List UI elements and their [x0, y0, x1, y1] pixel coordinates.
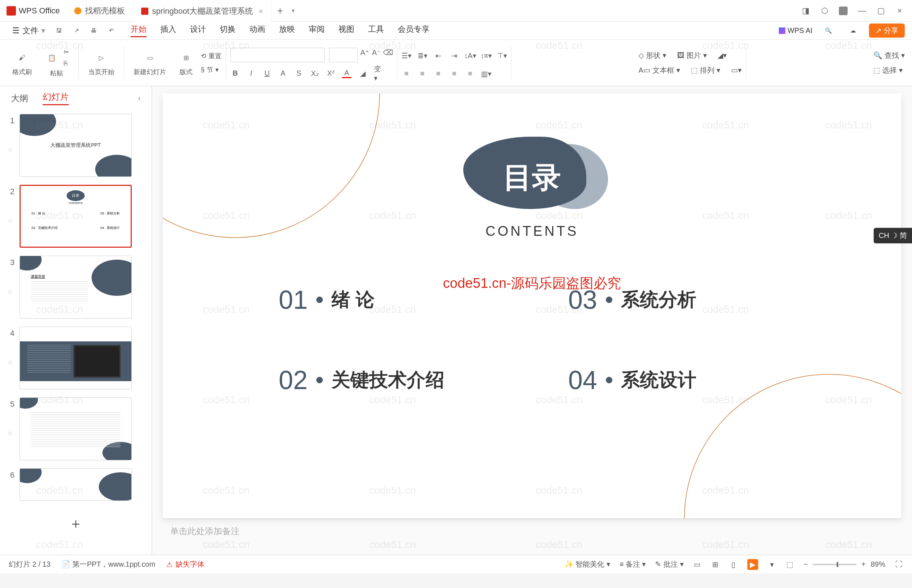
- menu-tools[interactable]: 工具: [368, 24, 384, 37]
- cloud-icon[interactable]: ☁: [848, 26, 858, 36]
- menu-animation[interactable]: 动画: [249, 24, 265, 37]
- start-from-group[interactable]: ▷ 当页开始: [83, 50, 120, 76]
- panel-icon[interactable]: ◨: [801, 6, 810, 15]
- close-window-icon[interactable]: ×: [895, 6, 904, 15]
- copy-icon[interactable]: ⎘: [64, 60, 69, 67]
- notes-pane[interactable]: 单击此处添加备注: [163, 519, 901, 548]
- strike-button[interactable]: S: [294, 69, 304, 78]
- star-icon[interactable]: ☆: [7, 411, 15, 437]
- sorter-view-icon[interactable]: ⊞: [711, 560, 720, 569]
- thumbnail-4[interactable]: [19, 326, 132, 389]
- undo-icon[interactable]: ↶: [106, 26, 116, 36]
- menu-transition[interactable]: 切换: [220, 24, 236, 37]
- cut-icon[interactable]: ✂: [64, 48, 69, 56]
- justify-icon[interactable]: ≡: [449, 69, 459, 79]
- thumbnail-2[interactable]: 目录 CONTENTS 01 · 绪 论 03 · 系统分析 02 · 关键技术…: [19, 185, 132, 248]
- columns-icon[interactable]: ▥▾: [481, 69, 491, 79]
- reading-view-icon[interactable]: ▯: [729, 560, 738, 569]
- outline-tab[interactable]: 大纲: [11, 92, 28, 104]
- thumbnail-6[interactable]: [19, 468, 132, 501]
- thumbnail-1[interactable]: 大棚蔬菜管理系统PPT: [19, 114, 132, 177]
- tab-document[interactable]: springboot大棚蔬菜管理系统 ×: [133, 0, 271, 22]
- review-toggle[interactable]: ✎ 批注 ▾: [655, 559, 683, 569]
- fill-color-button[interactable]: ◢: [358, 69, 367, 78]
- template-source[interactable]: 📄 第一PPT，www.1ppt.com: [62, 559, 156, 569]
- save-icon[interactable]: 🖫: [54, 26, 64, 36]
- cube-icon[interactable]: ⬡: [820, 6, 829, 15]
- file-button[interactable]: ☰ 文件 ▾: [7, 23, 50, 38]
- new-tab-button[interactable]: +: [271, 5, 289, 17]
- search-icon[interactable]: 🔍: [823, 26, 833, 36]
- zoom-out-button[interactable]: −: [804, 560, 808, 569]
- star-icon[interactable]: ☆: [7, 270, 15, 296]
- menu-home[interactable]: 开始: [131, 24, 147, 37]
- bullet-list-icon[interactable]: ☰▾: [402, 51, 411, 60]
- fit-icon[interactable]: ⛶: [895, 560, 903, 569]
- indent-left-icon[interactable]: ⇤: [434, 51, 443, 60]
- avatar-icon[interactable]: [839, 6, 847, 15]
- menu-insert[interactable]: 插入: [160, 24, 176, 37]
- beautify-button[interactable]: ✨ 智能美化 ▾: [565, 559, 610, 569]
- current-slide[interactable]: 目录 CONTENTS code51.cn-源码乐园盗图必究 01 绪 论 03…: [163, 93, 901, 519]
- star-icon[interactable]: ☆: [7, 199, 15, 225]
- menu-slideshow[interactable]: 放映: [279, 24, 295, 37]
- text-direction-icon[interactable]: ↕A▾: [465, 51, 475, 60]
- menu-member[interactable]: 会员专享: [398, 24, 429, 37]
- notes-toggle[interactable]: ≡ 备注 ▾: [620, 559, 646, 569]
- maximize-icon[interactable]: ▢: [876, 6, 885, 15]
- layout-group[interactable]: ⊞ 版式: [173, 50, 199, 76]
- settings-icon[interactable]: ⬚: [786, 560, 794, 569]
- line-spacing-icon[interactable]: ↕≡▾: [481, 51, 491, 60]
- font-color-button[interactable]: A: [342, 69, 352, 78]
- app-logo[interactable]: WPS Office: [0, 6, 66, 16]
- paste-group[interactable]: 📋 ✂ ⎘ 粘贴: [38, 48, 74, 78]
- arrange-button[interactable]: ⬚排列▾: [691, 65, 720, 75]
- indent-right-icon[interactable]: ⇥: [449, 51, 459, 60]
- tab-menu-icon[interactable]: ▾: [292, 7, 295, 14]
- slideshow-menu-icon[interactable]: ▾: [768, 560, 776, 569]
- normal-view-icon[interactable]: ▭: [693, 560, 702, 569]
- textbox-button[interactable]: A▭文本框▾: [638, 65, 680, 75]
- superscript-button[interactable]: X²: [326, 69, 335, 78]
- reset-button[interactable]: ⟲重置: [201, 52, 222, 60]
- zoom-slider[interactable]: [813, 564, 856, 565]
- menu-view[interactable]: 视图: [339, 24, 354, 37]
- new-slide-group[interactable]: ▭ 新建幻灯片: [128, 50, 171, 76]
- highlight-button[interactable]: A: [278, 69, 288, 78]
- collapse-icon[interactable]: ‹: [138, 94, 141, 103]
- image-button[interactable]: 🖼图片▾: [677, 51, 707, 60]
- print-icon[interactable]: 🖶: [89, 26, 99, 36]
- menu-review[interactable]: 审阅: [309, 24, 325, 37]
- slideshow-button[interactable]: ▶: [747, 559, 758, 570]
- distribute-icon[interactable]: ≡: [465, 69, 475, 79]
- outline-icon[interactable]: ▭▾: [731, 66, 742, 74]
- increase-font-icon[interactable]: A⁺: [360, 48, 369, 57]
- arrow-icon[interactable]: ↗: [71, 26, 81, 36]
- tab-templates[interactable]: 找稻壳模板: [66, 0, 133, 22]
- subscript-button[interactable]: X₂: [310, 69, 319, 78]
- align-right-icon[interactable]: ≡: [434, 69, 443, 79]
- zoom-in-button[interactable]: +: [861, 560, 866, 569]
- align-left-icon[interactable]: ≡: [402, 69, 411, 79]
- star-icon[interactable]: ☆: [7, 128, 15, 154]
- style-icon[interactable]: ◢▾: [718, 51, 727, 60]
- share-button[interactable]: ↗ 分享: [869, 24, 905, 37]
- font-select[interactable]: [230, 48, 325, 62]
- format-painter-group[interactable]: 🖌 格式刷: [7, 50, 37, 76]
- thumbnail-5[interactable]: [19, 397, 132, 460]
- zoom-level[interactable]: 89%: [871, 560, 885, 569]
- missing-font-warning[interactable]: ⚠ 缺失字体: [166, 559, 204, 569]
- align-top-icon[interactable]: ⊤▾: [497, 51, 507, 60]
- italic-button[interactable]: I: [246, 69, 256, 78]
- find-button[interactable]: 🔍查找▾: [873, 51, 905, 60]
- decrease-font-icon[interactable]: A⁻: [372, 48, 381, 57]
- slides-tab[interactable]: 幻灯片: [43, 91, 69, 105]
- number-list-icon[interactable]: ≣▾: [418, 51, 427, 60]
- star-icon[interactable]: ☆: [7, 340, 15, 366]
- wps-ai-button[interactable]: WPS AI: [779, 26, 813, 35]
- minimize-icon[interactable]: —: [858, 6, 867, 15]
- menu-design[interactable]: 设计: [190, 24, 206, 37]
- phonetic-button[interactable]: 变▾: [374, 69, 383, 78]
- add-slide-button[interactable]: +: [7, 509, 144, 540]
- align-center-icon[interactable]: ≡: [418, 69, 427, 79]
